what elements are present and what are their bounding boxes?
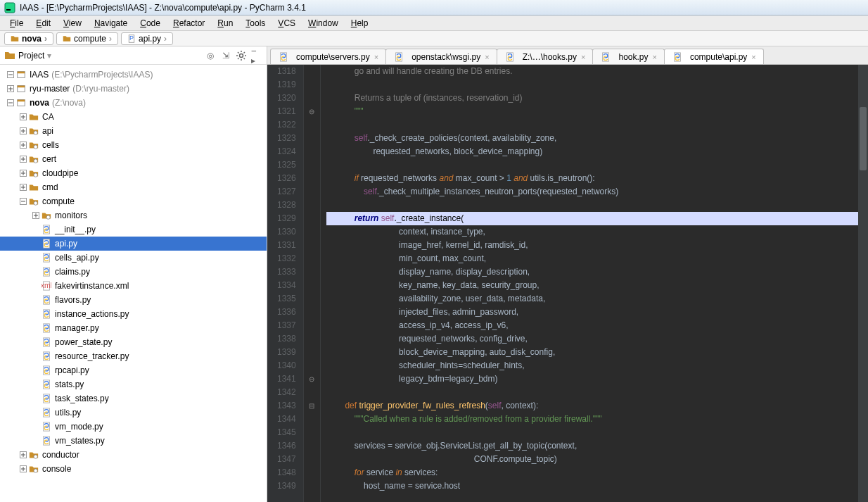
gear-icon[interactable] (236, 50, 247, 61)
tree-item-utils-py[interactable]: utils.py (0, 406, 267, 420)
collapse-all-icon[interactable]: ⇲ (220, 50, 231, 61)
project-tree[interactable]: IAAS (E:\PycharmProjects\IAAS)ryu-master… (0, 65, 267, 502)
tab-compute-api-py[interactable]: compute\api.py× (664, 49, 764, 64)
breadcrumb-compute[interactable]: compute › (56, 32, 118, 45)
fold-marker-icon[interactable]: ⊟ (307, 401, 316, 410)
tree-twisty-icon[interactable] (18, 154, 28, 164)
tree-item-vm_states-py[interactable]: vm_states.py (0, 434, 267, 448)
tree-twisty-icon[interactable] (18, 140, 28, 150)
tree-item-instance_actions-py[interactable]: instance_actions.py (0, 307, 267, 321)
tree-twisty-icon[interactable] (6, 70, 15, 80)
code-line[interactable]: Returns a tuple of (instances, reservati… (326, 92, 858, 105)
menu-view[interactable]: View (58, 17, 87, 30)
tab-close-icon[interactable]: × (374, 53, 378, 61)
code-line[interactable]: key_name, key_data, security_group, (326, 279, 858, 292)
code-line[interactable]: access_ip_v4, access_ip_v6, (326, 319, 858, 332)
tree-item-rpcapi-py[interactable]: rpcapi.py (0, 363, 267, 377)
code-content[interactable]: go and will handle creating the DB entri… (321, 65, 858, 502)
tree-item-cmd[interactable]: cmd (0, 180, 267, 194)
menu-edit[interactable]: Edit (30, 17, 56, 30)
code-line[interactable] (326, 199, 858, 212)
tree-item-compute[interactable]: compute (0, 194, 267, 208)
fold-gutter[interactable]: ⊖⊖⊟ (304, 65, 321, 502)
menu-window[interactable]: Window (302, 17, 344, 30)
code-line[interactable]: self._check_multiple_instances_neutron_p… (326, 185, 858, 199)
tree-item-monitors[interactable]: monitors (0, 208, 267, 222)
tree-item-console[interactable]: console (0, 462, 267, 476)
tree-item-__init__-py[interactable]: __init__.py (0, 222, 267, 237)
tree-item-task_states-py[interactable]: task_states.py (0, 391, 267, 406)
code-line[interactable]: injected_files, admin_password, (326, 306, 858, 319)
tree-item-manager-py[interactable]: manager.py (0, 321, 267, 335)
breadcrumb-api-py[interactable]: P api.py › (121, 32, 173, 45)
vertical-scrollbar[interactable] (858, 65, 868, 502)
tree-item-api[interactable]: api (0, 124, 267, 138)
fold-marker-icon[interactable]: ⊖ (307, 107, 316, 115)
tree-item-cells_api-py[interactable]: cells_api.py (0, 251, 267, 265)
tree-item-IAAS[interactable]: IAAS (E:\PycharmProjects\IAAS) (0, 68, 267, 82)
tab-compute-servers-py[interactable]: compute\servers.py× (270, 49, 386, 64)
code-line[interactable]: self._check_create_policies(context, ava… (326, 132, 858, 145)
code-line[interactable]: if requested_networks and max_count > 1 … (326, 172, 858, 185)
tree-item-nova[interactable]: nova (Z:\nova) (0, 96, 267, 110)
code-line[interactable]: return self._create_instance( (326, 212, 858, 225)
code-line[interactable]: context, instance_type, (326, 225, 858, 239)
tab-openstack-wsgi-py[interactable]: openstack\wsgi.py× (385, 49, 497, 64)
menu-file[interactable]: File (4, 17, 29, 30)
code-line[interactable] (326, 426, 858, 439)
tree-twisty-icon[interactable] (18, 196, 28, 206)
tree-item-fakevirtinstance-xml[interactable]: xmlfakevirtinstance.xml (0, 279, 267, 293)
tab-hook-py[interactable]: hook.py× (592, 49, 664, 64)
code-line[interactable]: scheduler_hints=scheduler_hints, (326, 359, 858, 372)
tree-item-resource_tracker-py[interactable]: resource_tracker.py (0, 349, 267, 363)
tree-item-stats-py[interactable]: stats.py (0, 377, 267, 391)
code-line[interactable]: go and will handle creating the DB entri… (326, 65, 858, 78)
code-line[interactable] (326, 118, 858, 132)
code-line[interactable]: for service in services: (326, 466, 858, 479)
tree-item-cloudpipe[interactable]: cloudpipe (0, 166, 267, 180)
code-line[interactable]: min_count, max_count, (326, 252, 858, 265)
code-line[interactable]: display_name, display_description, (326, 265, 858, 279)
code-line[interactable]: host_name = service.host (326, 479, 858, 493)
scroll-from-source-icon[interactable]: ◎ (205, 50, 216, 61)
tree-item-claims-py[interactable]: claims.py (0, 265, 267, 279)
code-line[interactable]: availability_zone, user_data, metadata, (326, 292, 858, 306)
tab-close-icon[interactable]: × (653, 53, 657, 61)
tree-twisty-icon[interactable] (31, 211, 41, 220)
tree-item-CA[interactable]: CA (0, 110, 267, 124)
code-line[interactable]: """ (326, 105, 858, 118)
code-line[interactable]: requested_networks, config_drive, (326, 332, 858, 346)
tree-twisty-icon[interactable] (18, 168, 28, 178)
tree-twisty-icon[interactable] (18, 112, 28, 122)
tree-twisty-icon[interactable] (18, 450, 28, 460)
tab-close-icon[interactable]: × (751, 53, 755, 61)
code-line[interactable]: block_device_mapping, auto_disk_config, (326, 346, 858, 359)
code-line[interactable]: requested_networks, block_device_mapping… (326, 145, 858, 158)
menu-help[interactable]: Help (345, 17, 374, 30)
fold-marker-icon[interactable]: ⊖ (307, 375, 316, 383)
tree-item-power_state-py[interactable]: power_state.py (0, 335, 267, 349)
menu-navigate[interactable]: Navigate (89, 17, 133, 30)
menu-code[interactable]: Code (134, 17, 166, 30)
code-line[interactable] (326, 386, 858, 399)
tree-twisty-icon[interactable] (6, 84, 15, 94)
code-line[interactable]: legacy_bdm=legacy_bdm) (326, 372, 858, 386)
tree-item-ryu-master[interactable]: ryu-master (D:\ryu-master) (0, 82, 267, 96)
tree-twisty-icon[interactable] (6, 98, 15, 108)
tree-item-flavors-py[interactable]: flavors.py (0, 293, 267, 307)
code-editor[interactable]: 1318131913201321132213231324132513261327… (267, 65, 868, 502)
tree-item-api-py[interactable]: api.py (0, 237, 267, 251)
code-line[interactable] (326, 78, 858, 92)
tab-close-icon[interactable]: × (485, 53, 489, 61)
menu-run[interactable]: Run (212, 17, 238, 30)
tree-twisty-icon[interactable] (18, 182, 28, 192)
code-line[interactable]: CONF.compute_topic) (326, 453, 858, 466)
code-line[interactable] (326, 158, 858, 172)
tree-twisty-icon[interactable] (18, 464, 28, 474)
menu-refactor[interactable]: Refactor (167, 17, 210, 30)
tab-Z-hooks-py[interactable]: Z:\…\hooks.py× (497, 49, 594, 64)
hide-icon[interactable]: ‒ ▸ (251, 50, 262, 61)
menu-tools[interactable]: Tools (240, 17, 271, 30)
code-line[interactable]: """Called when a rule is added/removed f… (326, 413, 858, 426)
tree-item-conductor[interactable]: conductor (0, 448, 267, 462)
